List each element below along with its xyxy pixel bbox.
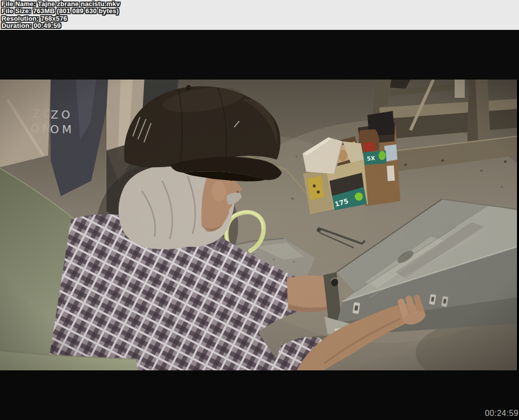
duration-text: Duration: 00:49:59 — [2, 22, 519, 29]
file-size-text: File Size: 763MB (801 089 630 bytes) — [2, 8, 519, 15]
video-frame: 5X 175 — [0, 80, 519, 370]
media-info-screenshot: File Name: Tajne zbrane nacistu.mkv File… — [0, 0, 519, 420]
video-scene: 5X 175 — [0, 80, 517, 370]
resolution-text: Resolution: 768x576 — [2, 15, 519, 22]
letterbox-top — [0, 30, 519, 80]
file-name-text: File Name: Tajne zbrane nacistu.mkv — [2, 1, 519, 8]
file-info-overlay: File Name: Tajne zbrane nacistu.mkv File… — [0, 0, 519, 30]
letterbox-bottom: 00:24:59 — [0, 370, 519, 420]
video-timecode: 00:24:59 — [485, 409, 518, 418]
vignette — [0, 80, 517, 370]
